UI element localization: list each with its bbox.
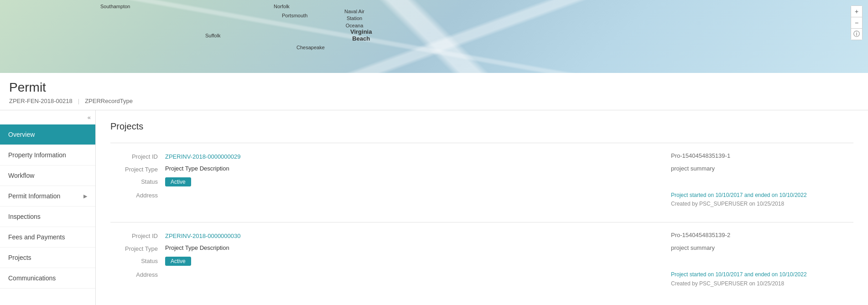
project-id-right-1: Pro-1540454835139-1 [671,152,853,159]
map-label-southampton: Southampton [100,4,130,9]
sidebar-item-communications[interactable]: Communications [0,268,95,289]
permit-id: ZPER-FEN-2018-00218 [9,98,73,104]
project-status-value-1: Active [165,177,671,186]
sidebar-item-permit-information[interactable]: Permit Information ▶ [0,186,95,207]
project-address-row-1: Address Project started on 10/10/2017 an… [110,191,853,208]
project-meta-line1-1: Project started on 10/10/2017 and ended … [671,191,853,200]
project-type-value-1: Project Type Description [165,165,671,172]
sidebar-item-fees-and-payments[interactable]: Fees and Payments [0,227,95,248]
section-title: Projects [110,121,853,132]
permit-meta: ZPER-FEN-2018-00218 | ZPERRecordType [9,98,859,104]
project-status-value-2: Active [165,257,671,266]
sidebar-item-projects[interactable]: Projects [0,248,95,268]
project-id-value-2: ZPERINV-2018-0000000030 [165,232,671,240]
collapse-icon: « [88,114,91,121]
status-badge-2: Active [165,257,191,266]
sidebar-item-label-permit-information: Permit Information [8,192,60,200]
map-label-chesapeake: Chesapeake [296,45,325,50]
project-meta-line2-2: Created by PSC_SUPERUSER on 10/25/2018 [671,279,853,288]
project-type-row-2: Project Type Project Type Description pr… [110,244,853,252]
project-address-meta-2: Project started on 10/10/2017 and ended … [671,270,853,288]
project-id-value-1: ZPERINV-2018-0000000029 [165,152,671,160]
sidebar-item-arrow-permit-information: ▶ [83,193,87,199]
map-info-button[interactable]: ⓘ [851,29,862,40]
sidebar-item-label-fees-and-payments: Fees and Payments [8,233,65,241]
map-roads [0,0,868,73]
sidebar-item-label-property-information: Property Information [8,151,66,159]
map-label-norfolk: Norfolk [274,4,290,9]
main-layout: « Overview Property Information Workflow… [0,110,868,305]
project-id-right-2: Pro-1540454835139-2 [671,232,853,238]
sidebar-item-workflow[interactable]: Workflow [0,165,95,186]
project-type-right-2: project summary [671,244,853,251]
map-label-virginia-beach: VirginiaBeach [350,28,372,42]
project-status-label-1: Status [110,177,165,185]
sidebar-item-label-communications: Communications [8,274,56,282]
map-zoom-in-button[interactable]: + [851,6,862,17]
title-area: Permit ZPER-FEN-2018-00218 | ZPERRecordT… [0,73,868,110]
project-id-row-2: Project ID ZPERINV-2018-0000000030 Pro-1… [110,232,853,240]
project-card-2: Project ID ZPERINV-2018-0000000030 Pro-1… [110,222,853,301]
sidebar-item-label-workflow: Workflow [8,172,34,179]
project-id-label-2: Project ID [110,232,165,239]
sidebar: « Overview Property Information Workflow… [0,110,96,305]
sidebar-item-label-inspections: Inspections [8,213,41,220]
sidebar-item-inspections[interactable]: Inspections [0,207,95,227]
permit-title: Permit [9,80,859,95]
project-id-link-2[interactable]: ZPERINV-2018-0000000030 [165,233,241,239]
project-status-row-2: Status Active [110,257,853,266]
project-id-label-1: Project ID [110,152,165,160]
content-area: Projects Project ID ZPERINV-2018-0000000… [96,110,868,305]
permit-record-type: ZPERRecordType [85,98,133,104]
project-status-label-2: Status [110,257,165,264]
sidebar-item-overview[interactable]: Overview [0,124,95,145]
project-status-row-1: Status Active [110,177,853,186]
status-badge-1: Active [165,177,191,186]
project-id-link-1[interactable]: ZPERINV-2018-0000000029 [165,153,241,160]
map-zoom-out-button[interactable]: − [851,17,862,28]
map-label-suffolk: Suffolk [205,33,220,38]
map-zoom-controls: + − ⓘ [851,5,863,40]
project-type-row-1: Project Type Project Type Description pr… [110,165,853,173]
project-type-value-2: Project Type Description [165,244,671,251]
project-address-row-2: Address Project started on 10/10/2017 an… [110,270,853,288]
project-meta-line2-1: Created by PSC_SUPERUSER on 10/25/2018 [671,200,853,208]
project-address-label-1: Address [110,191,165,199]
project-meta-line1-2: Project started on 10/10/2017 and ended … [671,270,853,279]
project-card-1: Project ID ZPERINV-2018-0000000029 Pro-1… [110,143,853,222]
project-address-label-2: Address [110,270,165,278]
map-area: Norfolk Portsmouth Naval AirStationOcean… [0,0,868,73]
map-label-nas: Naval AirStationOceana [344,8,364,29]
sidebar-item-label-overview: Overview [8,131,35,138]
sidebar-item-label-projects: Projects [8,254,31,261]
project-type-label-2: Project Type [110,244,165,252]
permit-meta-divider: | [78,98,79,104]
project-type-right-1: project summary [671,165,853,172]
sidebar-collapse-button[interactable]: « [0,110,95,124]
sidebar-item-property-information[interactable]: Property Information [0,145,95,165]
project-id-row-1: Project ID ZPERINV-2018-0000000029 Pro-1… [110,152,853,160]
map-label-portsmouth: Portsmouth [282,13,307,18]
project-address-meta-1: Project started on 10/10/2017 and ended … [671,191,853,208]
project-type-label-1: Project Type [110,165,165,173]
